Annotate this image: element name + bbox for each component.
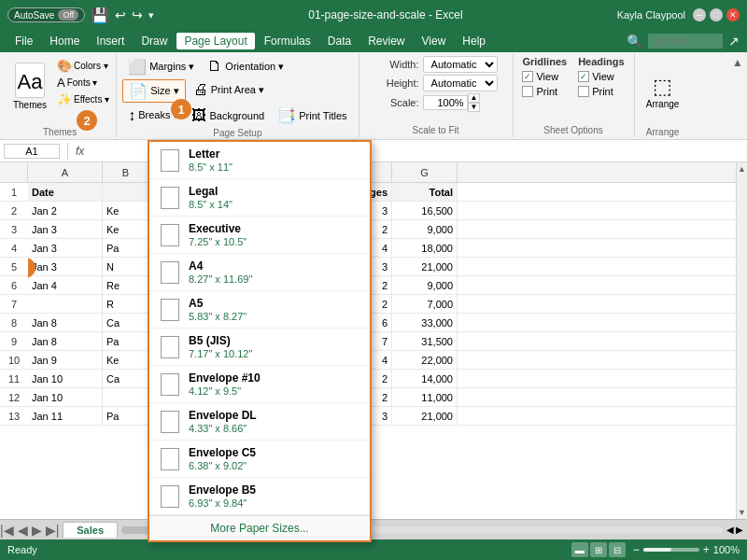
row-num-8[interactable]: 8 (0, 314, 28, 332)
colors-button[interactable]: 🎨 Colors ▾ (54, 58, 112, 74)
gridlines-view-check[interactable]: View (522, 71, 567, 82)
cell-g10[interactable]: 22,000 (392, 351, 458, 369)
page-layout-view-button[interactable]: ⊞ (590, 542, 607, 557)
cell-b9[interactable]: Pa (103, 332, 149, 350)
search-input[interactable] (648, 34, 723, 49)
cell-g13[interactable]: 21,000 (392, 407, 458, 425)
cell-b7[interactable]: R (103, 295, 149, 313)
headings-print-check[interactable]: Print (578, 86, 625, 97)
size-item-envc5[interactable]: Envelope C5 6.38" x 9.02" (149, 441, 370, 478)
cell-a9[interactable]: Jan 8 (28, 332, 103, 350)
row-num-11[interactable]: 11 (0, 370, 28, 388)
menu-view[interactable]: View (415, 33, 454, 49)
normal-view-button[interactable]: ▬ (571, 542, 588, 557)
row-num-9[interactable]: 9 (0, 332, 28, 351)
collapse-ribbon-button[interactable]: ▲ (732, 56, 743, 69)
cell-b8[interactable]: Ca (103, 314, 149, 331)
autosave-state[interactable]: Off (58, 9, 78, 21)
cell-a5[interactable]: Jan 3 (28, 258, 103, 275)
fonts-button[interactable]: A Fonts ▾ (54, 75, 112, 91)
headings-print-checkbox[interactable] (578, 86, 589, 97)
gridlines-print-checkbox[interactable] (522, 86, 533, 97)
row-num-13[interactable]: 13 (0, 407, 28, 426)
cell-b4[interactable]: Pa (103, 239, 149, 257)
size-item-envb5[interactable]: Envelope B5 6.93" x 9.84" (149, 478, 370, 515)
effects-button[interactable]: ✨ Effects ▾ (54, 91, 112, 107)
print-titles-button[interactable]: 📑 Print Titles (272, 105, 352, 126)
scale-down-button[interactable]: ▼ (468, 103, 481, 112)
row-num-12[interactable]: 12 (0, 388, 28, 407)
page-break-view-button[interactable]: ⊟ (609, 542, 626, 557)
margins-button[interactable]: ⬜ Margins ▾ (122, 56, 200, 77)
headings-view-checkbox[interactable] (578, 71, 589, 82)
gridlines-view-checkbox[interactable] (522, 71, 533, 82)
headings-view-check[interactable]: View (578, 71, 625, 82)
maximize-button[interactable]: □ (710, 8, 723, 21)
redo-icon[interactable]: ↪ (132, 7, 143, 22)
share-icon[interactable]: ↗ (728, 34, 740, 49)
row-num-5[interactable]: 5 (0, 258, 28, 276)
print-area-button[interactable]: 🖨 Print Area ▾ (188, 79, 270, 100)
close-button[interactable]: ✕ (726, 8, 740, 21)
menu-review[interactable]: Review (360, 33, 412, 49)
background-button[interactable]: 🖼 Background (186, 105, 270, 126)
size-item-b5jis[interactable]: B5 (JIS) 7.17" x 10.12" (149, 329, 370, 366)
cell-g4[interactable]: 18,000 (392, 239, 458, 257)
cell-a1[interactable]: Date (28, 183, 103, 201)
scale-spinner[interactable]: ▲ ▼ (423, 93, 481, 112)
cell-g3[interactable]: 9,000 (392, 220, 458, 238)
cell-b3[interactable]: Ke (103, 220, 149, 238)
menu-draw[interactable]: Draw (134, 33, 175, 49)
tab-nav-next[interactable]: ▶ (32, 523, 42, 538)
size-item-a5[interactable]: A5 5.83" x 8.27" (149, 291, 370, 329)
menu-help[interactable]: Help (455, 33, 493, 49)
row-num-10[interactable]: 10 (0, 351, 28, 370)
cell-g11[interactable]: 14,000 (392, 370, 458, 387)
themes-button[interactable]: Aa Themes (7, 58, 52, 114)
row-num-3[interactable]: 3 (0, 220, 28, 239)
row-num-6[interactable]: 6 (0, 276, 28, 295)
minimize-button[interactable]: ─ (693, 8, 706, 21)
gridlines-print-check[interactable]: Print (522, 86, 567, 97)
col-header-b[interactable]: B (103, 162, 149, 182)
cell-a6[interactable]: Jan 4 (28, 276, 103, 294)
cell-b6[interactable]: Re (103, 276, 149, 294)
cell-a10[interactable]: Jan 9 (28, 351, 103, 369)
cell-g8[interactable]: 33,000 (392, 314, 458, 331)
size-item-env10[interactable]: Envelope #10 4.12" x 9.5" (149, 366, 370, 403)
cell-a11[interactable]: Jan 10 (28, 370, 103, 387)
cell-b10[interactable]: Ke (103, 351, 149, 369)
cell-b12[interactable] (103, 388, 149, 406)
col-header-g[interactable]: G (392, 162, 458, 182)
scroll-right-button[interactable]: ▶ (736, 525, 743, 535)
tab-nav-left[interactable]: |◀ (0, 523, 14, 538)
name-box[interactable] (4, 144, 60, 159)
menu-file[interactable]: File (7, 33, 40, 49)
zoom-out-button[interactable]: − (633, 543, 640, 556)
arrange-button[interactable]: ⬚ Arrange (639, 58, 687, 125)
menu-page-layout[interactable]: Page Layout (176, 33, 254, 49)
cell-g7[interactable]: 7,000 (392, 295, 458, 313)
cell-g9[interactable]: 31,500 (392, 332, 458, 350)
save-icon[interactable]: 💾 (91, 7, 109, 24)
menu-data[interactable]: Data (320, 33, 359, 49)
size-item-a4[interactable]: A4 8.27" x 11.69" (149, 254, 370, 291)
cell-g1[interactable]: Total (392, 183, 458, 201)
menu-formulas[interactable]: Formulas (257, 33, 318, 49)
cell-a3[interactable]: Jan 3 (28, 220, 103, 238)
cell-g12[interactable]: 11,000 (392, 388, 458, 406)
size-item-executive[interactable]: Executive 7.25" x 10.5" (149, 217, 370, 254)
row-num-2[interactable]: 2 (0, 202, 28, 220)
autosave-toggle[interactable]: AutoSave Off (7, 7, 85, 22)
cell-a8[interactable]: Jan 8 (28, 314, 103, 331)
cell-a13[interactable]: Jan 11 (28, 407, 103, 425)
cell-b5[interactable]: N (103, 258, 149, 275)
orientation-button[interactable]: 🗋 Orientation ▾ (202, 56, 289, 77)
cell-g5[interactable]: 21,000 (392, 258, 458, 275)
zoom-slider[interactable] (643, 548, 699, 552)
cell-a12[interactable]: Jan 10 (28, 388, 103, 406)
vertical-scrollbar[interactable]: ▲ ▼ (736, 162, 747, 519)
cell-b11[interactable]: Ca (103, 370, 149, 387)
scroll-left-button[interactable]: ◀ (726, 525, 734, 535)
cell-g2[interactable]: 16,500 (392, 202, 458, 219)
